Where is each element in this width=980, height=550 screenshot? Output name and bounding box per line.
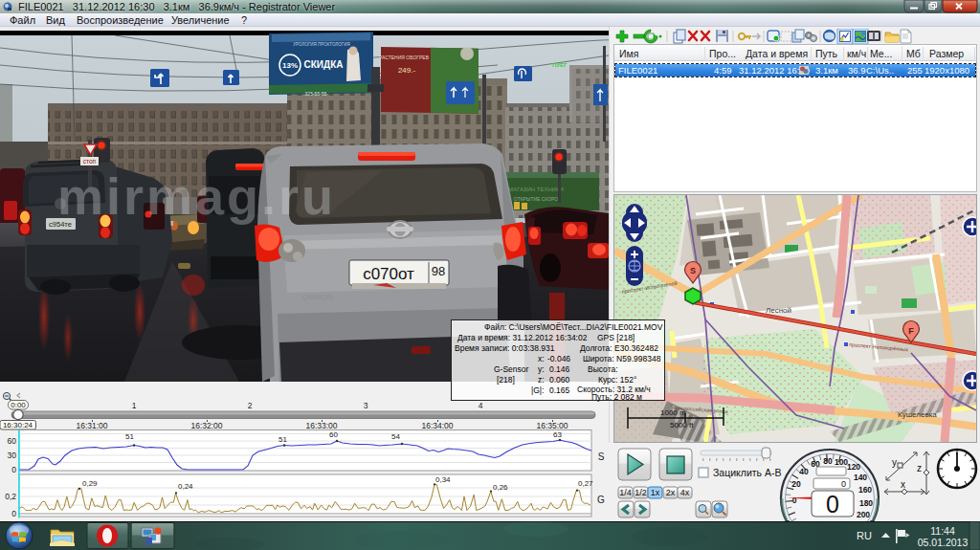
svg-text:13%: 13%: [282, 61, 298, 70]
svg-text:0,34: 0,34: [435, 475, 451, 484]
svg-text:РАСТЕНИЯ ОБОГРЕВ: РАСТЕНИЯ ОБОГРЕВ: [379, 55, 430, 60]
svg-text:0,26: 0,26: [493, 483, 508, 492]
svg-text:mirmag.ru: mirmag.ru: [57, 167, 336, 225]
svg-text:140: 140: [854, 473, 867, 482]
svg-text:УРОЛОГИЯ ПРОКТОЛОГИЯ: УРОЛОГИЯ ПРОКТОЛОГИЯ: [293, 42, 349, 47]
svg-text:60: 60: [8, 436, 17, 446]
svg-text:51: 51: [278, 435, 287, 444]
svg-text:60: 60: [329, 430, 338, 439]
svg-text:z: z: [917, 463, 922, 473]
svg-text:0,2: 0,2: [5, 492, 16, 501]
svg-text:40: 40: [799, 467, 809, 476]
svg-text:1: 1: [132, 401, 137, 410]
svg-text:x: x: [901, 479, 905, 490]
svg-text:30: 30: [8, 451, 17, 460]
svg-text:1/4: 1/4: [619, 488, 632, 497]
svg-text:Лесной: Лесной: [766, 306, 791, 315]
svg-text:МАГАЗИН ТЕХНИКИ: МАГАЗИН ТЕХНИКИ: [508, 187, 564, 192]
svg-text:20: 20: [791, 479, 801, 489]
svg-text:98: 98: [432, 264, 445, 278]
svg-text:63: 63: [553, 430, 562, 439]
svg-text:0: 0: [792, 495, 797, 505]
svg-text:0,27: 0,27: [578, 479, 593, 488]
svg-text:y: y: [892, 457, 897, 468]
svg-text:G: G: [597, 495, 605, 505]
svg-text:160: 160: [858, 485, 872, 495]
svg-text:2: 2: [248, 401, 253, 410]
svg-text:ОТКРЫТИЕ СКОРО: ОТКРЫТИЕ СКОРО: [514, 196, 559, 202]
svg-text:11:44: 11:44: [930, 525, 955, 537]
svg-text:51: 51: [125, 432, 134, 441]
svg-text:0: 0: [841, 479, 846, 489]
svg-text:ПУЕГ: ПУЕГ: [552, 62, 568, 68]
svg-text:0: 0: [11, 509, 16, 518]
svg-text:325-55-55: 325-55-55: [305, 91, 327, 97]
svg-text:249.-: 249.-: [398, 66, 416, 75]
svg-text:S: S: [690, 266, 696, 275]
svg-text:0,24: 0,24: [178, 482, 193, 491]
svg-text:0,29: 0,29: [82, 479, 98, 488]
svg-text:1/2: 1/2: [635, 488, 647, 497]
svg-text:стоп: стоп: [83, 158, 97, 165]
svg-text:СКИДКА: СКИДКА: [304, 59, 344, 70]
svg-text:0:00: 0:00: [11, 401, 26, 409]
svg-text:54: 54: [391, 432, 400, 441]
svg-text:05.01.2013: 05.01.2013: [918, 537, 969, 548]
svg-text:Кушелевка: Кушелевка: [898, 410, 937, 419]
svg-text:5000 ft: 5000 ft: [670, 421, 694, 429]
svg-text:F: F: [908, 326, 914, 336]
svg-text:16:30:24: 16:30:24: [3, 421, 33, 429]
svg-text:3: 3: [364, 401, 368, 410]
svg-text:2x: 2x: [666, 488, 676, 497]
svg-text:4: 4: [479, 401, 483, 410]
svg-text:S: S: [598, 451, 605, 462]
svg-text:180: 180: [859, 498, 873, 508]
svg-text:120: 120: [847, 462, 860, 472]
svg-text:0: 0: [11, 465, 16, 474]
svg-text:1000 m: 1000 m: [660, 408, 686, 417]
svg-text:1x: 1x: [651, 488, 660, 497]
svg-text:Зациклить A-B: Зациклить A-B: [713, 467, 781, 478]
svg-text:4x: 4x: [680, 488, 690, 497]
svg-text:QASHQAI: QASHQAI: [302, 294, 333, 301]
svg-text:с070от: с070от: [363, 265, 414, 283]
svg-text:80: 80: [823, 456, 833, 466]
svg-text:RU: RU: [857, 530, 872, 541]
svg-text:200: 200: [857, 510, 870, 519]
svg-text:0: 0: [826, 491, 839, 517]
